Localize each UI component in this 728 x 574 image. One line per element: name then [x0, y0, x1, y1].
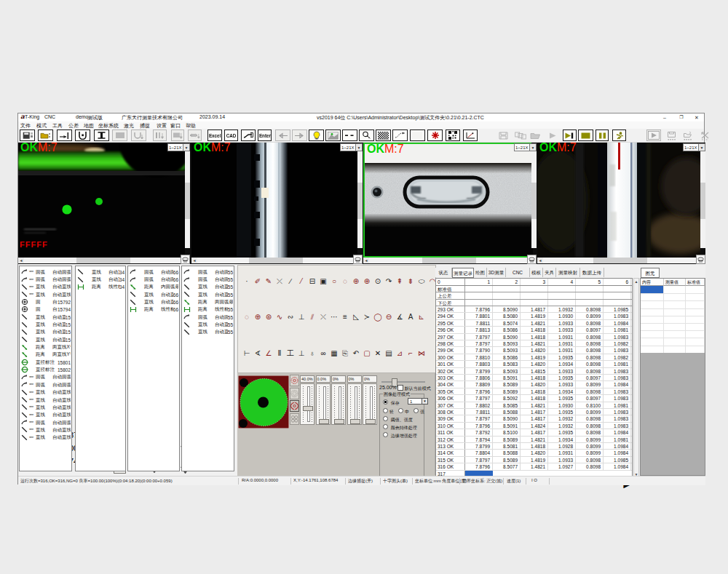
palette-tool-icon[interactable]: ⤫ — [274, 276, 285, 287]
palette-tool-icon[interactable]: ⊥ — [296, 312, 306, 322]
element-list-item[interactable]: 距离两直线Y平均距 — [20, 351, 71, 359]
camera-vscrollbar[interactable] — [531, 151, 537, 248]
ring-select-outer-button[interactable] — [290, 375, 299, 386]
palette-tool-icon[interactable]: 工 — [285, 348, 296, 359]
toolbar-arrows-down-icon[interactable] — [188, 129, 202, 141]
combo-dropdown-icon[interactable]: ▼ — [422, 398, 428, 404]
table-row[interactable]: 293 OK7.87968.50901.48171.09320.80981.09… — [436, 306, 632, 313]
element-list-item[interactable]: 直线自动直线34 — [76, 276, 125, 283]
toolbar-open-folder-icon[interactable] — [38, 129, 53, 141]
camera-zoom-combo[interactable]: 1~21X▼ — [683, 143, 705, 151]
table-row[interactable]: 300 OK7.88108.50861.48191.09350.80981.09… — [436, 354, 632, 361]
palette-tool-icon[interactable]: ⬭ — [416, 276, 427, 287]
close-button[interactable]: ✕ — [691, 113, 703, 121]
table-row[interactable]: 296 OK7.88138.50861.48181.09330.80971.09… — [436, 327, 632, 333]
camera-hscrollbar[interactable]: ◄ — [191, 258, 353, 263]
ring-select-quadrant-button[interactable] — [290, 400, 299, 412]
ring-select-all-button[interactable] — [290, 413, 299, 425]
element-list-item[interactable]: 直线自动直线55 — [182, 321, 234, 328]
table-row[interactable]: 295 OK7.88118.50741.48211.09330.80981.09… — [436, 320, 632, 327]
table-row[interactable]: 308 OK7.88118.50881.48171.09350.80991.09… — [436, 409, 632, 415]
palette-tool-icon[interactable]: ⋈ — [416, 348, 427, 359]
process-level-radio[interactable] — [383, 408, 388, 413]
toolbar-curve-icon[interactable] — [392, 129, 408, 141]
palette-tool-icon[interactable]: ✕ — [373, 348, 383, 359]
element-list-item[interactable]: ***圆弧自动圆弧 — [20, 374, 71, 381]
light-slider-thumb[interactable] — [350, 419, 360, 424]
element-list-item[interactable]: 距离两圆弧最大距 — [182, 298, 234, 306]
camera-snapshot-button[interactable] — [181, 255, 190, 264]
palette-tool-icon[interactable]: ○ — [329, 276, 339, 287]
toolbar-arrow-right-icon[interactable] — [292, 129, 307, 141]
table-row[interactable]: 303 OK7.88068.50911.48181.09350.80971.09… — [436, 375, 632, 381]
process-save-radio[interactable] — [383, 399, 388, 404]
camera-hscrollbar[interactable]: ◄ — [363, 258, 527, 263]
palette-tool-icon[interactable]: ⊢ — [242, 348, 252, 359]
light-slider[interactable] — [316, 383, 331, 425]
toolbar-bulb-icon[interactable] — [309, 129, 324, 141]
element-list-item[interactable]: 距离内圆弧最大距 — [128, 284, 179, 291]
tab-2[interactable]: 测量记录 — [452, 268, 474, 278]
element-list-item[interactable]: 直线自动直线15 — [20, 329, 71, 336]
table-fixed-row[interactable]: 上公差 — [436, 292, 632, 300]
toolbar-save-gray-icon[interactable] — [496, 129, 510, 141]
palette-tool-icon[interactable]: ⊖ — [384, 312, 394, 322]
camera-vscrollbar[interactable] — [357, 151, 363, 248]
palette-tool-icon[interactable]: ⊿ — [395, 348, 405, 359]
minimize-button[interactable]: – — [659, 113, 670, 121]
toolbar-button-CAD[interactable]: CAD — [224, 129, 238, 141]
toolbar-laser-star-icon[interactable] — [427, 129, 443, 141]
element-list-item[interactable]: ***直线自动直线 — [20, 426, 71, 434]
element-list-item[interactable]: ***直线自动直线 — [20, 291, 71, 298]
toolbar-disks-gray-icon[interactable] — [513, 129, 528, 141]
element-list-item[interactable]: ***圆弧自动圆弧 — [20, 268, 71, 276]
process-count-combo[interactable]: 1 ▼ — [408, 398, 428, 404]
palette-tool-icon[interactable]: ⎘ — [340, 348, 350, 359]
element-list-item[interactable]: ***直线自动直线 — [20, 284, 71, 291]
table-row[interactable]: 299 OK7.87908.50931.48201.09310.80981.09… — [436, 347, 632, 354]
toolbar-save-dots-gray-icon[interactable] — [666, 129, 676, 141]
camera-image-1[interactable]: OKM:7FFFFF — [18, 143, 185, 258]
palette-tool-icon[interactable]: ✎ — [264, 276, 274, 287]
toolbar-histogram-icon[interactable] — [325, 129, 341, 141]
palette-tool-icon[interactable]: ⌐ — [405, 348, 416, 359]
table-row[interactable]: 298 OK7.87978.50931.48211.09310.80981.09… — [436, 340, 632, 347]
palette-tool-icon[interactable]: ∕ — [285, 276, 296, 287]
camera-zoom-combo[interactable]: 1~21X▼ — [167, 143, 190, 151]
camera-vscrollbar[interactable] — [185, 151, 190, 248]
process-edge-radio[interactable] — [383, 432, 388, 437]
element-list-item[interactable]: 圆弧自动圆弧55 — [182, 314, 234, 321]
toolbar-checker-icon[interactable] — [376, 129, 391, 141]
tab-9[interactable]: 数据上传 — [580, 268, 604, 277]
light-slider[interactable] — [347, 383, 362, 425]
palette-tool-icon[interactable]: ⊛ — [264, 312, 274, 322]
element-list-item[interactable]: 直线自动直线55 — [182, 329, 234, 336]
camera-zoom-dropdown-icon[interactable]: ▼ — [356, 143, 363, 151]
palette-tool-icon[interactable]: ≡ — [340, 312, 350, 322]
process-level-radio[interactable] — [414, 408, 419, 413]
table-row[interactable]: 307 OK7.88028.50851.48211.09300.81001.09… — [436, 402, 632, 409]
light-slider[interactable] — [363, 383, 377, 425]
toolbar-move-to-edge-icon[interactable] — [57, 129, 72, 141]
table-row[interactable]: 315 OK7.87978.50891.48191.09330.80981.09… — [436, 457, 632, 463]
toolbar-arrow-left-icon[interactable] — [275, 129, 290, 141]
light-slider-thumb[interactable] — [334, 419, 344, 424]
element-list-item[interactable]: 距离线性标注34 — [76, 284, 125, 291]
toolbar-dashes-icon[interactable] — [342, 129, 357, 141]
element-list-item[interactable]: ***直线自动直线 — [20, 412, 71, 419]
toolbar-export-dots-gray-icon[interactable] — [682, 129, 692, 141]
palette-tool-icon[interactable]: ≻ — [362, 312, 372, 322]
toolbar-gray-rect-icon[interactable] — [112, 129, 127, 141]
element-list-4[interactable]: 圆弧自动圆弧55圆弧自动圆弧55直线自动直线55直线自动直线55距离两圆弧最大距… — [181, 266, 234, 471]
element-list-item[interactable]: 直线自动直线66 — [128, 298, 179, 306]
element-list-item[interactable]: 圆弧自动圆弧66 — [128, 268, 179, 276]
palette-tool-icon[interactable]: ↷ — [384, 276, 394, 287]
element-list-item[interactable]: ***圆弧自动圆弧 — [20, 276, 71, 283]
element-list-item[interactable]: 直线自动直线66 — [128, 291, 179, 298]
palette-tool-icon[interactable]: ∞ — [318, 348, 328, 359]
palette-tool-icon[interactable]: ⊕ — [253, 312, 263, 322]
process-color-radio[interactable] — [383, 424, 388, 429]
palette-tool-icon[interactable]: ⇟ — [405, 276, 416, 287]
element-list-item[interactable]: 距离线性标注66 — [128, 306, 179, 314]
toolbar-stop-icon[interactable] — [578, 129, 593, 141]
